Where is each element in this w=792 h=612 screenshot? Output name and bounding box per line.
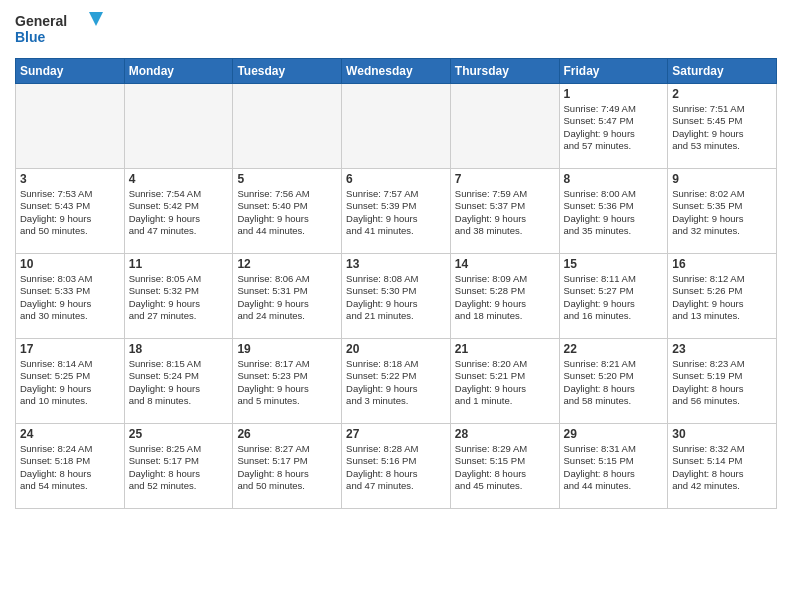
day-number: 13 [346,257,446,271]
day-number: 26 [237,427,337,441]
svg-text:Blue: Blue [15,29,46,45]
logo: General Blue [15,10,105,50]
calendar-week-row: 24Sunrise: 8:24 AM Sunset: 5:18 PM Dayli… [16,424,777,509]
calendar-week-row: 10Sunrise: 8:03 AM Sunset: 5:33 PM Dayli… [16,254,777,339]
day-info: Sunrise: 7:49 AM Sunset: 5:47 PM Dayligh… [564,103,664,152]
day-number: 27 [346,427,446,441]
day-info: Sunrise: 8:06 AM Sunset: 5:31 PM Dayligh… [237,273,337,322]
calendar-day-header: Thursday [450,59,559,84]
calendar-day-header: Friday [559,59,668,84]
calendar-day-cell: 22Sunrise: 8:21 AM Sunset: 5:20 PM Dayli… [559,339,668,424]
day-info: Sunrise: 8:15 AM Sunset: 5:24 PM Dayligh… [129,358,229,407]
calendar-day-header: Wednesday [342,59,451,84]
day-number: 18 [129,342,229,356]
calendar-day-cell: 1Sunrise: 7:49 AM Sunset: 5:47 PM Daylig… [559,84,668,169]
calendar-week-row: 17Sunrise: 8:14 AM Sunset: 5:25 PM Dayli… [16,339,777,424]
day-number: 15 [564,257,664,271]
calendar-day-cell [342,84,451,169]
day-number: 8 [564,172,664,186]
calendar-day-cell: 3Sunrise: 7:53 AM Sunset: 5:43 PM Daylig… [16,169,125,254]
day-info: Sunrise: 8:24 AM Sunset: 5:18 PM Dayligh… [20,443,120,492]
day-number: 7 [455,172,555,186]
day-info: Sunrise: 8:11 AM Sunset: 5:27 PM Dayligh… [564,273,664,322]
calendar-day-cell: 7Sunrise: 7:59 AM Sunset: 5:37 PM Daylig… [450,169,559,254]
day-number: 19 [237,342,337,356]
calendar-day-cell: 29Sunrise: 8:31 AM Sunset: 5:15 PM Dayli… [559,424,668,509]
day-number: 2 [672,87,772,101]
calendar-day-cell [16,84,125,169]
day-info: Sunrise: 8:09 AM Sunset: 5:28 PM Dayligh… [455,273,555,322]
calendar-day-cell: 12Sunrise: 8:06 AM Sunset: 5:31 PM Dayli… [233,254,342,339]
day-number: 16 [672,257,772,271]
calendar-day-cell: 8Sunrise: 8:00 AM Sunset: 5:36 PM Daylig… [559,169,668,254]
calendar-day-cell: 11Sunrise: 8:05 AM Sunset: 5:32 PM Dayli… [124,254,233,339]
day-number: 30 [672,427,772,441]
day-info: Sunrise: 7:53 AM Sunset: 5:43 PM Dayligh… [20,188,120,237]
day-info: Sunrise: 8:18 AM Sunset: 5:22 PM Dayligh… [346,358,446,407]
day-info: Sunrise: 8:00 AM Sunset: 5:36 PM Dayligh… [564,188,664,237]
day-info: Sunrise: 8:27 AM Sunset: 5:17 PM Dayligh… [237,443,337,492]
day-number: 21 [455,342,555,356]
day-info: Sunrise: 8:31 AM Sunset: 5:15 PM Dayligh… [564,443,664,492]
day-number: 20 [346,342,446,356]
day-info: Sunrise: 8:05 AM Sunset: 5:32 PM Dayligh… [129,273,229,322]
day-info: Sunrise: 7:59 AM Sunset: 5:37 PM Dayligh… [455,188,555,237]
day-number: 6 [346,172,446,186]
logo-svg: General Blue [15,10,105,50]
calendar-day-cell: 27Sunrise: 8:28 AM Sunset: 5:16 PM Dayli… [342,424,451,509]
calendar-day-cell: 14Sunrise: 8:09 AM Sunset: 5:28 PM Dayli… [450,254,559,339]
calendar-day-cell [124,84,233,169]
calendar-day-cell [233,84,342,169]
calendar-day-header: Tuesday [233,59,342,84]
calendar-day-cell: 15Sunrise: 8:11 AM Sunset: 5:27 PM Dayli… [559,254,668,339]
day-number: 23 [672,342,772,356]
day-info: Sunrise: 8:20 AM Sunset: 5:21 PM Dayligh… [455,358,555,407]
calendar-day-cell: 21Sunrise: 8:20 AM Sunset: 5:21 PM Dayli… [450,339,559,424]
calendar-day-cell [450,84,559,169]
day-number: 14 [455,257,555,271]
calendar-day-cell: 19Sunrise: 8:17 AM Sunset: 5:23 PM Dayli… [233,339,342,424]
day-info: Sunrise: 7:51 AM Sunset: 5:45 PM Dayligh… [672,103,772,152]
day-info: Sunrise: 8:32 AM Sunset: 5:14 PM Dayligh… [672,443,772,492]
day-number: 9 [672,172,772,186]
day-info: Sunrise: 8:25 AM Sunset: 5:17 PM Dayligh… [129,443,229,492]
day-number: 22 [564,342,664,356]
day-number: 11 [129,257,229,271]
header: General Blue [15,10,777,50]
calendar-day-cell: 9Sunrise: 8:02 AM Sunset: 5:35 PM Daylig… [668,169,777,254]
day-info: Sunrise: 8:12 AM Sunset: 5:26 PM Dayligh… [672,273,772,322]
day-info: Sunrise: 7:57 AM Sunset: 5:39 PM Dayligh… [346,188,446,237]
day-number: 25 [129,427,229,441]
calendar-week-row: 3Sunrise: 7:53 AM Sunset: 5:43 PM Daylig… [16,169,777,254]
calendar-day-cell: 5Sunrise: 7:56 AM Sunset: 5:40 PM Daylig… [233,169,342,254]
calendar-day-cell: 20Sunrise: 8:18 AM Sunset: 5:22 PM Dayli… [342,339,451,424]
day-number: 4 [129,172,229,186]
day-info: Sunrise: 8:08 AM Sunset: 5:30 PM Dayligh… [346,273,446,322]
calendar-day-cell: 25Sunrise: 8:25 AM Sunset: 5:17 PM Dayli… [124,424,233,509]
calendar-day-cell: 28Sunrise: 8:29 AM Sunset: 5:15 PM Dayli… [450,424,559,509]
day-info: Sunrise: 8:14 AM Sunset: 5:25 PM Dayligh… [20,358,120,407]
day-info: Sunrise: 7:56 AM Sunset: 5:40 PM Dayligh… [237,188,337,237]
calendar-day-header: Sunday [16,59,125,84]
calendar-day-cell: 6Sunrise: 7:57 AM Sunset: 5:39 PM Daylig… [342,169,451,254]
day-info: Sunrise: 7:54 AM Sunset: 5:42 PM Dayligh… [129,188,229,237]
day-info: Sunrise: 8:21 AM Sunset: 5:20 PM Dayligh… [564,358,664,407]
day-number: 10 [20,257,120,271]
calendar-day-cell: 16Sunrise: 8:12 AM Sunset: 5:26 PM Dayli… [668,254,777,339]
day-info: Sunrise: 8:17 AM Sunset: 5:23 PM Dayligh… [237,358,337,407]
day-number: 17 [20,342,120,356]
day-info: Sunrise: 8:03 AM Sunset: 5:33 PM Dayligh… [20,273,120,322]
day-number: 3 [20,172,120,186]
day-info: Sunrise: 8:23 AM Sunset: 5:19 PM Dayligh… [672,358,772,407]
day-info: Sunrise: 8:28 AM Sunset: 5:16 PM Dayligh… [346,443,446,492]
calendar-day-cell: 10Sunrise: 8:03 AM Sunset: 5:33 PM Dayli… [16,254,125,339]
calendar-day-cell: 4Sunrise: 7:54 AM Sunset: 5:42 PM Daylig… [124,169,233,254]
day-number: 28 [455,427,555,441]
day-number: 1 [564,87,664,101]
calendar-day-cell: 2Sunrise: 7:51 AM Sunset: 5:45 PM Daylig… [668,84,777,169]
calendar-day-cell: 17Sunrise: 8:14 AM Sunset: 5:25 PM Dayli… [16,339,125,424]
calendar-day-cell: 24Sunrise: 8:24 AM Sunset: 5:18 PM Dayli… [16,424,125,509]
calendar-day-header: Saturday [668,59,777,84]
svg-marker-2 [89,12,103,26]
page: General Blue SundayMondayTuesdayWednesda… [0,0,792,612]
